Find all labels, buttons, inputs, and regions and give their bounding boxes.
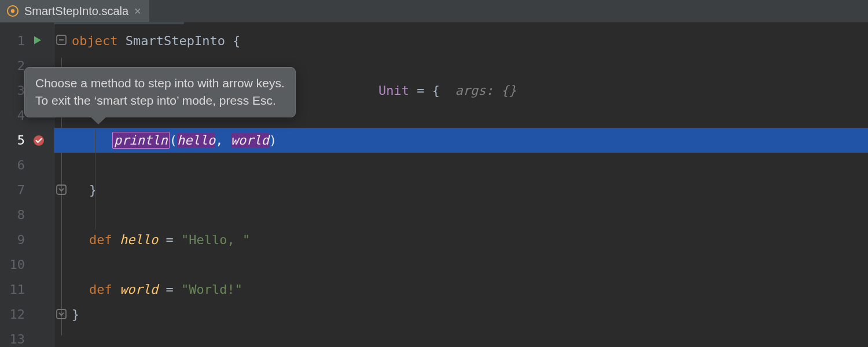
code-line[interactable]: def world = "World!" [54,277,868,302]
line-number-value: 1 [17,34,25,48]
line-number[interactable]: 12 [0,302,54,327]
step-into-candidate[interactable]: hello [177,133,215,147]
indent-guide [95,130,95,230]
line-number-value: 2 [17,58,25,73]
token-keyword: def [89,232,112,247]
line-number[interactable]: 10 [0,252,54,277]
token-keyword: object [72,34,117,48]
scala-file-icon [7,5,19,17]
token-punct: } [89,183,97,197]
line-number-value: 11 [10,282,25,297]
inlay-hint: args: {} [455,83,516,98]
line-number-value: 4 [17,108,25,123]
svg-marker-2 [34,36,41,44]
step-into-target[interactable]: println [112,132,170,149]
token-punct: = { [409,83,455,98]
code-line[interactable] [54,252,868,277]
token-punct: } [72,307,79,322]
line-number[interactable]: 8 [0,202,54,227]
token-punct: = [165,232,181,247]
token-ident: SmartStepInto [117,34,233,48]
line-number[interactable]: 7 [0,178,54,202]
line-number-value: 9 [17,232,25,247]
line-number-value: 8 [17,208,25,222]
svg-point-1 [11,9,14,13]
line-number-value: 5 [17,133,25,147]
line-number-value: 7 [17,183,25,197]
line-number-value: 10 [10,257,25,272]
line-number[interactable]: 11 [0,277,54,302]
line-number[interactable]: 13 [0,327,54,347]
code-line[interactable]: object SmartStepInto { [54,28,868,53]
line-number[interactable]: 6 [0,153,54,178]
code-line[interactable]: def hello = "Hello, " [54,227,868,252]
token-type: Unit [378,83,409,98]
token-string: "Hello, " [181,232,250,247]
line-number[interactable]: 9 [0,227,54,252]
smart-step-into-tooltip: Choose a method to step into with arrow … [24,67,296,117]
line-number[interactable]: 5 [0,128,54,153]
token-punct: = [165,282,181,297]
code-line[interactable] [54,202,868,227]
line-number-value: 3 [17,83,25,98]
code-line[interactable] [54,153,868,178]
tab-file[interactable]: SmartStepInto.scala × [0,0,149,22]
code-line[interactable]: } [54,178,868,202]
line-number-value: 13 [10,332,25,346]
token-punct: ) [269,133,277,147]
run-icon[interactable] [32,34,43,48]
token-punct: { [233,34,240,48]
token-function: world [112,282,166,297]
token-keyword: def [89,282,112,297]
line-number[interactable]: 1 [0,28,54,53]
step-into-candidate[interactable]: world [231,133,269,147]
token-punct: , [215,133,231,147]
token-punct: ( [170,133,177,147]
tab-label: SmartStepInto.scala [24,5,128,18]
line-number-value: 12 [10,307,25,322]
token-function: hello [112,232,166,247]
tab-bar: SmartStepInto.scala × [0,0,868,23]
code-line[interactable]: } [54,302,868,327]
code-line[interactable] [54,327,868,347]
tooltip-line: To exit the ‘smart step into’ mode, pres… [35,92,285,109]
token-string: "World!" [181,282,242,297]
close-icon[interactable]: × [134,5,141,17]
breakpoint-verified-icon[interactable] [32,134,45,147]
code-line-current[interactable]: println(hello, world) [54,128,868,153]
tooltip-line: Choose a method to step into with arrow … [35,75,285,92]
line-number-value: 6 [17,158,25,172]
